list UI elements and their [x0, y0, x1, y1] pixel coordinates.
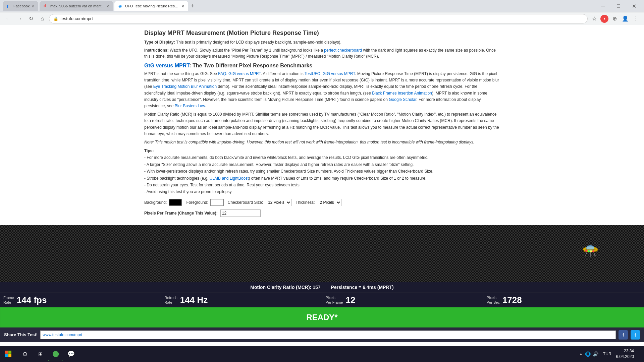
ufo-character — [580, 240, 600, 261]
tab-max[interactable]: d max. 900₺ bütçem var en mant... × — [40, 1, 113, 11]
mcr-label: Motion Clarity Ratio (MCR): — [250, 285, 311, 290]
twitter-share-button[interactable]: t — [631, 330, 640, 340]
address-bar[interactable]: 🔒 testufo.com/mprt — [49, 14, 588, 23]
tab-facebook-title: Facebook — [13, 4, 30, 8]
note-text: Note: This motion test is compatible wit… — [144, 139, 500, 145]
svg-point-17 — [594, 255, 596, 256]
refresh-rate-value: 144 Hz — [180, 295, 208, 305]
foreground-label: Foreground: — [186, 200, 208, 205]
tip-3: - With lower-persistence displays and/or… — [144, 168, 500, 175]
pixels-per-sec-value: 1728 — [502, 295, 522, 305]
profile-button[interactable]: 👤 — [621, 14, 630, 23]
extension2-button[interactable]: ⊕ — [610, 14, 619, 23]
frame-rate-label: FrameRate — [3, 295, 14, 305]
tips-heading: Tips: — [144, 147, 500, 154]
section-heading: GtG versus MPRT: The Two Different Pixel… — [144, 63, 500, 69]
checkerboard-label: Checkerboard Size: — [228, 200, 263, 205]
checkerboard-select[interactable]: 1 Pixel 2 Pixels 4 Pixels 6 Pixels 8 Pix… — [265, 199, 291, 206]
checkerboard-pattern — [0, 225, 644, 282]
eye-tracking-link[interactable]: Eye Tracking Motion Blur Animation — [153, 84, 217, 89]
refresh-button[interactable]: ↻ — [26, 14, 36, 23]
forward-button[interactable]: → — [15, 14, 24, 23]
controls-row: Background: Foreground: Checkerboard Siz… — [144, 199, 500, 206]
svg-rect-4 — [0, 225, 644, 282]
type-display-text: This test is primarily designed for LCD … — [176, 40, 341, 45]
browser-actions: ☆ ● ⊕ 👤 ⋮ — [590, 14, 641, 23]
black-frames-link[interactable]: Black Frames Insertion Animation — [372, 91, 432, 96]
tip-2: - A larger "Size" setting allows a more … — [144, 161, 500, 168]
testufo-gtg-link[interactable]: TestUFO: GtG versus MPRT — [305, 71, 355, 76]
secure-icon: 🔒 — [53, 16, 58, 21]
tab3-favicon: ◉ — [118, 4, 123, 8]
type-display-label: Type of Display: — [144, 40, 175, 45]
new-tab-button[interactable]: + — [191, 3, 195, 10]
ppf-input[interactable] — [220, 209, 261, 217]
svg-point-6 — [586, 245, 594, 251]
page-content-scroll[interactable]: Display MPRT Measurement (Motion Picture… — [0, 25, 644, 346]
facebook-favicon: f — [7, 4, 11, 8]
blur-busters-law-link[interactable]: Blur Busters Law — [175, 104, 205, 108]
svg-line-14 — [594, 252, 595, 255]
svg-point-16 — [590, 255, 591, 257]
share-row: Share This Test! f t — [0, 327, 644, 342]
background-label: Background: — [144, 200, 167, 205]
ulmb-link[interactable]: ULMB and LightBoost — [210, 176, 249, 181]
type-display-info: Type of Display: This test is primarily … — [144, 39, 500, 45]
frame-rate-value: 144 fps — [17, 295, 47, 305]
facebook-share-button[interactable]: f — [619, 330, 628, 340]
faq-link[interactable]: FAQ: GtG versus MPRT — [218, 71, 261, 76]
gtg-link[interactable]: GtG versus MPRT — [144, 63, 189, 68]
maximize-button[interactable]: □ — [611, 1, 626, 11]
persistence-label: Persistence = — [331, 285, 362, 290]
home-button[interactable]: ⌂ — [38, 14, 47, 23]
extension1-button[interactable]: ● — [600, 15, 608, 23]
persistence-value: 6.4ms (MPRT) — [363, 285, 394, 290]
page-title: Display MPRT Measurement (Motion Picture… — [144, 29, 500, 37]
pixels-per-sec-label: PixelsPer Sec — [487, 295, 500, 305]
tip-1: - For more accurate measurements, do bot… — [144, 154, 500, 161]
ppf-row: Pixels Per Frame (Change This Value): — [144, 209, 500, 217]
tip-5: - Do not strain your eyes. Test for shor… — [144, 182, 500, 188]
share-label: Share This Test! — [4, 332, 38, 337]
tip-6: - Avoid using this test if you are prone… — [144, 188, 500, 195]
menu-button[interactable]: ⋮ — [631, 14, 641, 23]
para1-text: MPRT is not the same thing as GtG. See F… — [144, 71, 500, 109]
foreground-color-swatch[interactable] — [210, 199, 224, 206]
metric-refresh-rate: RefreshRate 144 Hz — [161, 293, 322, 307]
main-content-area: Display MPRT Measurement (Motion Picture… — [138, 25, 506, 225]
background-control: Background: — [144, 199, 182, 206]
close-button[interactable]: ✕ — [627, 1, 641, 11]
metrics-row: FrameRate 144 fps RefreshRate 144 Hz Pix… — [0, 293, 644, 307]
tab-max-close[interactable]: × — [107, 4, 109, 9]
stats-bar: Motion Clarity Ratio (MCR): 157 Persiste… — [0, 282, 644, 293]
thickness-label: Thickness: — [296, 200, 315, 205]
tab-facebook[interactable]: f Facebook × — [3, 1, 38, 11]
svg-point-15 — [585, 255, 586, 256]
footer-area: IMPORTANT: Close all apps and other brow… — [0, 342, 644, 346]
tab-facebook-close[interactable]: × — [32, 4, 34, 9]
back-button[interactable]: ← — [3, 14, 13, 23]
instructions-info: Instructions: Watch the UFO. Slowly adju… — [144, 47, 500, 59]
window-controls: ─ □ ✕ — [596, 1, 641, 11]
browser-controls: ← → ↻ ⌂ 🔒 testufo.com/mprt ☆ ● ⊕ 👤 ⋮ — [0, 12, 644, 25]
ppf-label: Pixels Per Frame (Change This Value): — [144, 211, 218, 216]
browser-titlebar: f Facebook × d max. 900₺ bütçem var en m… — [0, 0, 644, 12]
thickness-select[interactable]: 1 Pixel 2 Pixels 4 Pixels 6 Pixels — [317, 199, 341, 206]
metric-frame-rate: FrameRate 144 fps — [0, 293, 161, 307]
ready-button[interactable]: READY* — [0, 307, 644, 327]
pixels-per-frame-label: PixelsPer Frame — [326, 295, 343, 305]
share-url-input[interactable] — [40, 330, 616, 339]
checkerboard-link[interactable]: perfect checkerboard — [324, 48, 362, 53]
para2-text: Motion Clarity Ratio (MCR) is equal to 1… — [144, 111, 500, 137]
instructions-label: Instructions: — [144, 48, 169, 53]
background-color-swatch[interactable] — [169, 199, 182, 206]
tab-ufo-title: UFO Test: Moving Picture Respo... — [125, 4, 179, 8]
minimize-button[interactable]: ─ — [596, 1, 610, 11]
tab-ufo[interactable]: ◉ UFO Test: Moving Picture Respo... × — [114, 1, 188, 11]
tab-ufo-close[interactable]: × — [182, 4, 184, 9]
google-scholar-link[interactable]: Google Scholar — [389, 97, 416, 102]
metric-pixels-per-frame: PixelsPer Frame 12 — [322, 293, 483, 307]
bookmark-button[interactable]: ☆ — [590, 14, 599, 23]
svg-point-7 — [585, 250, 587, 252]
refresh-rate-label: RefreshRate — [164, 295, 177, 305]
